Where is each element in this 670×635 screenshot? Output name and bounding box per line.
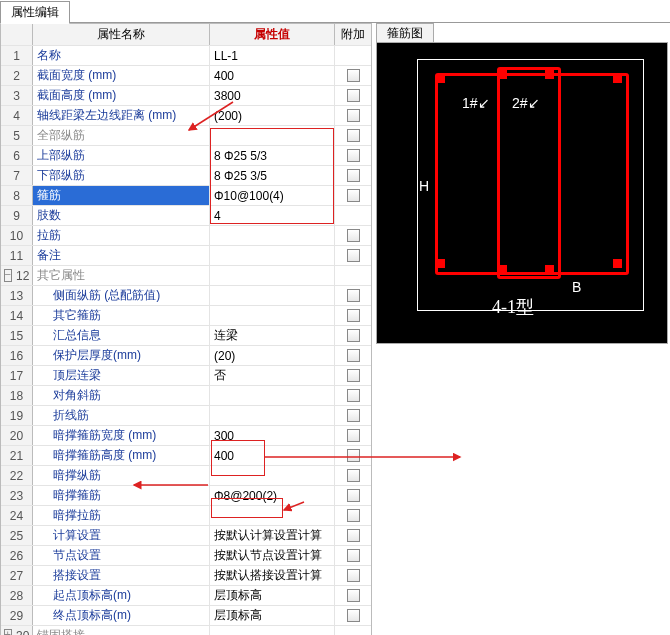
table-row[interactable]: 25计算设置按默认计算设置计算 bbox=[1, 525, 371, 545]
table-row[interactable]: 4轴线距梁左边线距离 (mm)(200) bbox=[1, 105, 371, 125]
attach-checkbox[interactable] bbox=[347, 349, 360, 362]
table-row[interactable]: 28起点顶标高(m)层顶标高 bbox=[1, 585, 371, 605]
table-row[interactable]: 15汇总信息连梁 bbox=[1, 325, 371, 345]
table-row[interactable]: 10拉筋 bbox=[1, 225, 371, 245]
attach-checkbox[interactable] bbox=[347, 249, 360, 262]
hdr-name[interactable]: 属性名称 bbox=[33, 24, 210, 45]
property-name[interactable]: 暗撑纵筋 bbox=[33, 466, 210, 485]
attach-checkbox[interactable] bbox=[347, 569, 360, 582]
property-name[interactable]: 顶层连梁 bbox=[33, 366, 210, 385]
property-name[interactable]: 全部纵筋 bbox=[33, 126, 210, 145]
property-name[interactable]: 截面宽度 (mm) bbox=[33, 66, 210, 85]
table-row[interactable]: 24暗撑拉筋 bbox=[1, 505, 371, 525]
table-row[interactable]: 23暗撑箍筋Φ8@200(2) bbox=[1, 485, 371, 505]
attach-checkbox[interactable] bbox=[347, 549, 360, 562]
property-value[interactable]: LL-1 bbox=[210, 46, 335, 65]
property-value[interactable]: 层顶标高 bbox=[210, 586, 335, 605]
attach-checkbox[interactable] bbox=[347, 449, 360, 462]
table-row[interactable]: 1名称LL-1 bbox=[1, 45, 371, 65]
property-value[interactable]: Φ10@100(4) bbox=[210, 186, 335, 205]
table-row[interactable]: 7下部纵筋8 Φ25 3/5 bbox=[1, 165, 371, 185]
property-value[interactable]: 3800 bbox=[210, 86, 335, 105]
attach-checkbox[interactable] bbox=[347, 329, 360, 342]
attach-checkbox[interactable] bbox=[347, 609, 360, 622]
table-row[interactable]: 8箍筋Φ10@100(4) bbox=[1, 185, 371, 205]
attach-checkbox[interactable] bbox=[347, 409, 360, 422]
property-value[interactable]: 按默认搭接设置计算 bbox=[210, 566, 335, 585]
table-row[interactable]: 16保护层厚度(mm)(20) bbox=[1, 345, 371, 365]
property-name[interactable]: 其它属性 bbox=[33, 266, 210, 285]
expand-icon[interactable]: − bbox=[4, 269, 12, 282]
property-value[interactable] bbox=[210, 266, 335, 285]
attach-checkbox[interactable] bbox=[347, 489, 360, 502]
property-name[interactable]: 折线筋 bbox=[33, 406, 210, 425]
attach-checkbox[interactable] bbox=[347, 229, 360, 242]
attach-checkbox[interactable] bbox=[347, 429, 360, 442]
table-row[interactable]: 14其它箍筋 bbox=[1, 305, 371, 325]
property-value[interactable]: 否 bbox=[210, 366, 335, 385]
property-value[interactable]: 8 Φ25 5/3 bbox=[210, 146, 335, 165]
attach-checkbox[interactable] bbox=[347, 169, 360, 182]
table-row[interactable]: 26节点设置按默认节点设置计算 bbox=[1, 545, 371, 565]
table-row[interactable]: 29终点顶标高(m)层顶标高 bbox=[1, 605, 371, 625]
table-row[interactable]: −12其它属性 bbox=[1, 265, 371, 285]
property-name[interactable]: 搭接设置 bbox=[33, 566, 210, 585]
attach-checkbox[interactable] bbox=[347, 109, 360, 122]
property-value[interactable]: 按默认计算设置计算 bbox=[210, 526, 335, 545]
property-value[interactable]: 300 bbox=[210, 426, 335, 445]
property-value[interactable]: 按默认节点设置计算 bbox=[210, 546, 335, 565]
property-name[interactable]: 起点顶标高(m) bbox=[33, 586, 210, 605]
attach-checkbox[interactable] bbox=[347, 369, 360, 382]
attach-checkbox[interactable] bbox=[347, 89, 360, 102]
property-value[interactable] bbox=[210, 466, 335, 485]
attach-checkbox[interactable] bbox=[347, 529, 360, 542]
table-row[interactable]: 13侧面纵筋 (总配筋值) bbox=[1, 285, 371, 305]
attach-checkbox[interactable] bbox=[347, 69, 360, 82]
property-value[interactable] bbox=[210, 626, 335, 635]
attach-checkbox[interactable] bbox=[347, 469, 360, 482]
table-row[interactable]: 2截面宽度 (mm)400 bbox=[1, 65, 371, 85]
table-row[interactable]: 6上部纵筋8 Φ25 5/3 bbox=[1, 145, 371, 165]
property-name[interactable]: 暗撑拉筋 bbox=[33, 506, 210, 525]
property-name[interactable]: 拉筋 bbox=[33, 226, 210, 245]
property-name[interactable]: 箍筋 bbox=[33, 186, 210, 205]
table-row[interactable]: 9肢数4 bbox=[1, 205, 371, 225]
property-name[interactable]: 名称 bbox=[33, 46, 210, 65]
attach-checkbox[interactable] bbox=[347, 309, 360, 322]
property-value[interactable]: (20) bbox=[210, 346, 335, 365]
table-row[interactable]: 19折线筋 bbox=[1, 405, 371, 425]
property-name[interactable]: 下部纵筋 bbox=[33, 166, 210, 185]
table-row[interactable]: 21暗撑箍筋高度 (mm)400 bbox=[1, 445, 371, 465]
property-name[interactable]: 终点顶标高(m) bbox=[33, 606, 210, 625]
property-name[interactable]: 肢数 bbox=[33, 206, 210, 225]
property-value[interactable]: (200) bbox=[210, 106, 335, 125]
table-row[interactable]: 5全部纵筋 bbox=[1, 125, 371, 145]
property-name[interactable]: 汇总信息 bbox=[33, 326, 210, 345]
attach-checkbox[interactable] bbox=[347, 289, 360, 302]
property-value[interactable]: 400 bbox=[210, 446, 335, 465]
property-name[interactable]: 保护层厚度(mm) bbox=[33, 346, 210, 365]
attach-checkbox[interactable] bbox=[347, 129, 360, 142]
property-name[interactable]: 计算设置 bbox=[33, 526, 210, 545]
property-value[interactable] bbox=[210, 506, 335, 525]
attach-checkbox[interactable] bbox=[347, 509, 360, 522]
table-row[interactable]: 27搭接设置按默认搭接设置计算 bbox=[1, 565, 371, 585]
property-value[interactable] bbox=[210, 286, 335, 305]
table-row[interactable]: +30锚固搭接 bbox=[1, 625, 371, 635]
property-name[interactable]: 其它箍筋 bbox=[33, 306, 210, 325]
hdr-attach[interactable]: 附加 bbox=[335, 24, 371, 45]
tab-property-edit[interactable]: 属性编辑 bbox=[0, 1, 70, 24]
property-value[interactable] bbox=[210, 246, 335, 265]
attach-checkbox[interactable] bbox=[347, 389, 360, 402]
property-name[interactable]: 侧面纵筋 (总配筋值) bbox=[33, 286, 210, 305]
attach-checkbox[interactable] bbox=[347, 189, 360, 202]
table-row[interactable]: 17顶层连梁否 bbox=[1, 365, 371, 385]
property-value[interactable] bbox=[210, 386, 335, 405]
table-row[interactable]: 22暗撑纵筋 bbox=[1, 465, 371, 485]
table-row[interactable]: 3截面高度 (mm)3800 bbox=[1, 85, 371, 105]
property-value[interactable]: 4 bbox=[210, 206, 335, 225]
table-row[interactable]: 11备注 bbox=[1, 245, 371, 265]
property-name[interactable]: 轴线距梁左边线距离 (mm) bbox=[33, 106, 210, 125]
property-value[interactable] bbox=[210, 126, 335, 145]
hdr-value[interactable]: 属性值 bbox=[210, 24, 335, 45]
